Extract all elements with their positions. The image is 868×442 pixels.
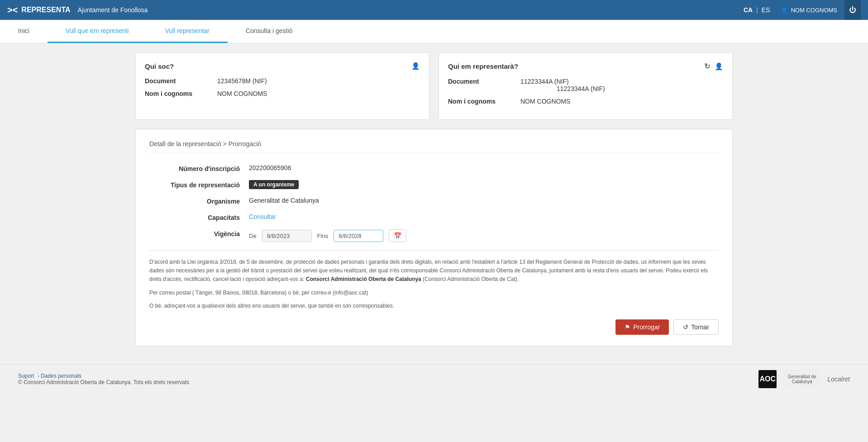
qui-soc-user-icon <box>411 62 420 70</box>
organisme-row: Organisme Generalitat de Catalunya <box>149 197 719 205</box>
power-button[interactable] <box>844 0 861 20</box>
aoc-logo: AOC <box>758 370 777 388</box>
vigencia-fins-label: Fins <box>317 233 329 239</box>
vigencia-fins-input[interactable] <box>334 230 383 242</box>
legal-paragraph-3: O bé, adreçant-vos a qualsevol dels altr… <box>149 302 719 310</box>
capacitats-value: Consultar <box>249 213 276 220</box>
numero-row: Número d'inscripció 202200065906 <box>149 164 719 172</box>
rep-nom-label: Nom i cognoms <box>448 98 520 105</box>
tipus-badge: A un organisme <box>249 180 299 189</box>
rep-document-value: 11223344A (NIF) 11223344A (NIF) <box>520 78 605 92</box>
breadcrumb: Detall de la representació > Prorrogació <box>149 140 719 153</box>
rep-document-row: Document 11223344A (NIF) 11223344A (NIF) <box>448 78 723 92</box>
app-logo: >< REPRESENTA <box>7 5 71 15</box>
navigation: Inici Vull que em representi Vull repres… <box>0 20 868 43</box>
buttons-row: Prorrogar Tornar <box>149 319 719 335</box>
footer-links: Suport - Dades personals © Consorci Admi… <box>18 373 189 385</box>
calendar-button[interactable] <box>389 229 406 242</box>
nav-vull-representi[interactable]: Vull que em representi <box>48 20 147 43</box>
capacitats-label: Capacitats <box>149 213 249 221</box>
numero-value: 202200065906 <box>249 164 291 171</box>
dades-link[interactable]: Dades personals <box>41 373 81 379</box>
nom-value: NOM COGNOMS <box>217 90 267 97</box>
nav-vull-representar[interactable]: Vull representar <box>147 20 227 43</box>
document-value: 12345678M (NIF) <box>217 77 267 85</box>
card-representara-title: Qui em representarà? <box>448 62 723 71</box>
undo-icon <box>683 323 688 331</box>
tornar-button[interactable]: Tornar <box>673 319 719 335</box>
app-name: REPRESENTA <box>21 6 70 14</box>
organisme-label: Organisme <box>149 197 249 205</box>
consultar-link[interactable]: Consultar <box>249 213 276 220</box>
flag-icon <box>625 323 630 331</box>
vigencia-value: De Fins <box>249 229 406 242</box>
rep-document-label: Document <box>448 78 520 92</box>
document-label: Document <box>145 77 217 85</box>
legal-paragraph-2: Per correu postal ( Tànger, 98 Baixos, 0… <box>149 289 719 297</box>
nom-row: Nom i cognoms NOM COGNOMS <box>145 90 420 97</box>
footer: Suport - Dades personals © Consorci Admi… <box>0 364 868 394</box>
org-name: Ajuntament de Fonollosa <box>78 6 148 14</box>
calendar-icon <box>394 233 401 239</box>
language-switcher: CA | ES <box>744 6 770 14</box>
rep-nom-row: Nom i cognoms NOM COGNOMS <box>448 98 723 105</box>
user-info: NOM COGNOMS <box>781 7 837 14</box>
lang-es[interactable]: ES <box>762 6 770 14</box>
user-name: NOM COGNOMS <box>791 7 837 14</box>
vigencia-label: Vigència <box>149 229 249 238</box>
vigencia-de-input[interactable] <box>262 230 312 242</box>
card-qui-soc-title: Qui soc? <box>145 62 420 70</box>
cards-row: Qui soc? Document 12345678M (NIF) Nom i … <box>135 52 733 120</box>
lang-separator: | <box>756 6 758 14</box>
vigencia-de-label: De <box>249 233 257 239</box>
refresh-icon[interactable] <box>704 62 710 71</box>
representara-actions <box>704 62 723 71</box>
footer-logos: AOC Generalitat de Catalunya Localret <box>758 370 850 388</box>
tipus-value: A un organisme <box>249 181 299 188</box>
nom-label: Nom i cognoms <box>145 90 217 97</box>
nav-consulta[interactable]: Consulta i gestió <box>228 20 311 43</box>
nav-inici[interactable]: Inici <box>0 20 48 43</box>
main-content: Qui soc? Document 12345678M (NIF) Nom i … <box>117 43 751 364</box>
numero-label: Número d'inscripció <box>149 164 249 172</box>
representara-user-icon <box>715 62 723 71</box>
rep-nom-value: NOM COGNOMS <box>520 98 570 105</box>
detail-section: Detall de la representació > Prorrogació… <box>135 129 733 346</box>
tipus-label: Tipus de representació <box>149 181 249 189</box>
prorrogar-button[interactable]: Prorrogar <box>615 319 669 335</box>
card-qui-soc: Qui soc? Document 12345678M (NIF) Nom i … <box>135 52 429 120</box>
legal-paragraph-1: D'acord amb la Llei orgànica 3/2018, de … <box>149 258 719 284</box>
card-representara: Qui em representarà? Document 11223344A … <box>439 52 733 120</box>
user-icon <box>781 7 788 14</box>
copyright-text: © Consorci Administració Oberta de Catal… <box>18 379 189 385</box>
document-row: Document 12345678M (NIF) <box>145 77 420 85</box>
localret-logo: Localret <box>827 375 850 383</box>
suport-link[interactable]: Suport <box>18 373 34 379</box>
power-icon <box>849 6 856 14</box>
header: >< REPRESENTA Ajuntament de Fonollosa CA… <box>0 0 868 20</box>
logo-icon: >< <box>7 5 18 15</box>
generalitat-logo: Generalitat de Catalunya <box>784 370 820 388</box>
organisme-value: Generalitat de Catalunya <box>249 197 319 204</box>
vigencia-row: Vigència De Fins <box>149 229 719 242</box>
tipus-row: Tipus de representació A un organisme <box>149 181 719 189</box>
legal-text: D'acord amb la Llei orgànica 3/2018, de … <box>149 250 719 310</box>
lang-ca[interactable]: CA <box>744 6 753 14</box>
capacitats-row: Capacitats Consultar <box>149 213 719 221</box>
